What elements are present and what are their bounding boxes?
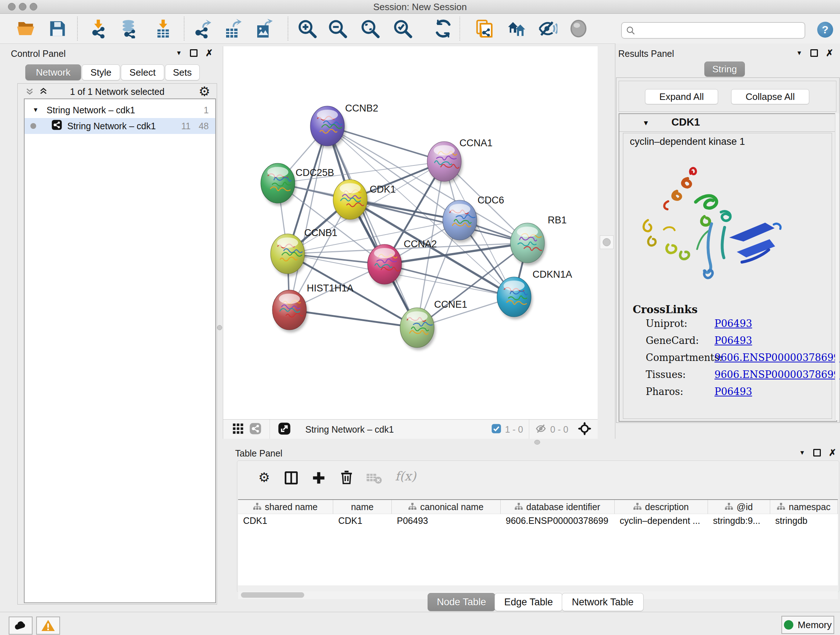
cloud-button[interactable] [9,616,33,635]
node-table: shared namenamecanonical namedatabase id… [238,499,838,585]
column-header[interactable]: name [333,500,392,514]
add-column-icon[interactable] [311,470,326,487]
panel-float-icon[interactable] [190,49,197,57]
clone-network-icon[interactable] [475,19,494,38]
tab-node-table[interactable]: Node Table [428,593,495,611]
network-canvas[interactable]: CCNB2CCNA1CDC25BCDK1CDC6RB1CCNB1CCNA2CDK… [223,46,598,419]
panel-menu-icon[interactable]: ▼ [176,50,182,57]
zoom-in-icon[interactable] [297,19,317,38]
table-cell[interactable]: CDK1 [333,514,392,527]
show-eye-icon[interactable] [569,19,588,38]
detach-view-icon[interactable] [278,422,291,437]
memory-button[interactable]: Memory [782,616,834,634]
tab-style[interactable]: Style [82,65,120,80]
hidden-eye-slash-icon[interactable] [535,423,546,436]
warning-button[interactable] [36,616,60,635]
panel-menu-icon[interactable]: ▼ [799,449,805,456]
network-collection-row[interactable]: ▼ String Network – cdk1 1 [25,102,215,118]
column-header[interactable]: database identifier [501,500,615,514]
collapse-all-button[interactable]: Collapse All [731,89,809,104]
section-collapse-icon[interactable]: ▼ [643,119,649,127]
panel-float-icon[interactable] [813,449,821,456]
zoom-selected-icon[interactable] [393,19,412,38]
network-node[interactable] [310,106,346,149]
table-cell[interactable]: stringdb:9... [708,514,770,527]
scrollbar-thumb[interactable] [241,592,304,598]
collection-expand-icon[interactable]: ▼ [33,106,39,114]
import-network-file-icon[interactable] [89,19,109,38]
export-network-icon[interactable] [193,19,212,38]
tab-sets[interactable]: Sets [165,65,200,80]
network-node[interactable] [510,223,546,265]
crosslink-link[interactable]: 9606.ENSP00000378699 [714,369,840,380]
tab-network[interactable]: Network [25,65,81,80]
crosslink-link[interactable]: P06493 [714,335,752,346]
tab-string[interactable]: String [704,62,745,77]
network-edge[interactable] [289,126,327,310]
left-splitter-handle[interactable] [217,325,222,330]
table-cell[interactable]: CDK1 [238,514,333,527]
birdseye-crosshair-icon[interactable] [578,422,592,437]
tab-edge-table[interactable]: Edge Table [494,593,562,611]
crosslink-link[interactable]: P06493 [714,318,752,329]
results-scrollbar[interactable] [835,113,839,420]
column-header[interactable]: namespac [770,500,838,514]
crosslink-row: Tissues:9606.ENSP00000378699 [623,369,832,386]
search-input[interactable] [621,22,805,39]
table-cell[interactable]: 9606.ENSP00000378699 [501,514,615,527]
network-edge[interactable] [289,310,417,328]
delete-column-trash-icon[interactable] [339,470,355,487]
network-node[interactable] [333,180,369,222]
export-image-icon[interactable] [254,19,273,38]
column-header[interactable]: @id [708,500,770,514]
show-columns-icon[interactable] [284,470,299,487]
tab-network-table[interactable]: Network Table [562,593,644,611]
panel-close-icon[interactable]: ✗ [205,50,213,56]
grid-mode-icon[interactable] [232,423,244,436]
crosslink-link[interactable]: P06493 [714,386,752,397]
expand-all-button[interactable]: Expand All [645,89,718,104]
table-cell[interactable]: cyclin–dependent ... [615,514,708,527]
vertical-splitter[interactable] [598,46,615,439]
panel-float-icon[interactable] [810,49,818,57]
table-options-gear-icon[interactable]: ⚙ [258,471,270,484]
export-table-icon[interactable] [223,19,242,38]
import-network-database-icon[interactable] [119,19,139,38]
network-node[interactable] [271,234,306,276]
column-header[interactable]: shared name [238,500,333,514]
column-header[interactable]: canonical name [392,500,501,514]
network-view-mode-icon[interactable] [249,423,262,436]
column-header-label: name [351,502,374,512]
network-node[interactable] [261,163,296,206]
panel-close-icon[interactable]: ✗ [826,50,834,56]
network-node[interactable] [368,244,403,287]
network-options-gear-icon[interactable]: ⚙ [199,85,210,98]
network-node[interactable] [400,308,436,350]
hide-eye-icon[interactable] [538,19,557,38]
table-row[interactable]: CDK1CDK1P064939606.ENSP00000378699cyclin… [238,514,838,527]
network-node[interactable] [497,277,532,319]
splitter-handle[interactable] [534,440,540,445]
home-neighbors-icon[interactable] [507,19,526,38]
network-row[interactable]: String Network – cdk1 11 48 [25,118,215,134]
refresh-view-icon[interactable] [433,19,453,38]
network-edge[interactable] [327,126,417,328]
column-header[interactable]: description [615,500,708,514]
open-session-icon[interactable] [16,19,35,38]
selected-checkbox-icon[interactable] [491,424,501,435]
table-cell[interactable]: stringdb [770,514,838,527]
zoom-out-icon[interactable] [328,19,347,38]
crosslink-link[interactable]: 9606.ENSP00000378699 [714,352,840,363]
tab-select[interactable]: Select [121,65,164,80]
panel-close-icon[interactable]: ✗ [829,450,836,455]
save-session-icon[interactable] [48,19,67,38]
help-button[interactable]: ? [817,22,833,38]
import-table-icon[interactable] [153,19,173,38]
network-node[interactable] [427,141,463,184]
splitter-handle[interactable] [600,235,614,249]
fit-content-icon[interactable] [360,19,380,38]
table-cell[interactable]: P06493 [392,514,501,527]
horizontal-splitter[interactable] [223,439,840,445]
network-node[interactable] [272,290,308,333]
panel-menu-icon[interactable]: ▼ [796,50,802,57]
